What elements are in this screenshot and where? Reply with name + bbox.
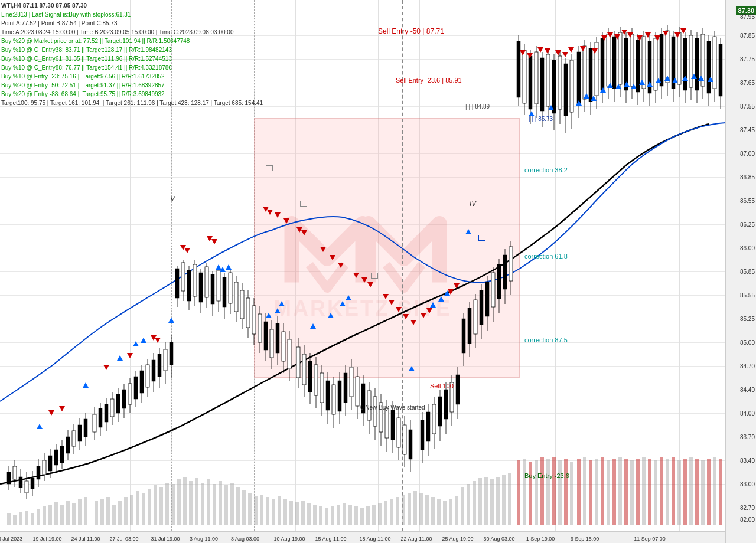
price-84: 84.00 bbox=[740, 410, 755, 417]
svg-rect-29 bbox=[93, 414, 96, 432]
svg-rect-352 bbox=[689, 457, 693, 525]
small-annotation-square-2 bbox=[300, 201, 307, 207]
sell-entry-23-label: Sell Entry -23.6 | 85.91 bbox=[396, 77, 462, 84]
svg-rect-133 bbox=[403, 425, 406, 454]
svg-rect-257 bbox=[124, 497, 128, 525]
svg-rect-101 bbox=[308, 361, 312, 392]
buy-signal-arrow bbox=[664, 76, 670, 81]
buy-signal-arrow bbox=[133, 341, 139, 346]
svg-rect-335 bbox=[589, 460, 592, 525]
svg-rect-179 bbox=[546, 54, 550, 106]
svg-rect-275 bbox=[230, 483, 234, 525]
svg-rect-269 bbox=[195, 478, 198, 525]
buy-signal-arrow bbox=[328, 313, 334, 318]
svg-rect-219 bbox=[666, 31, 669, 83]
sell-signal-arrow bbox=[627, 32, 633, 38]
sell-signal-arrow bbox=[338, 263, 344, 268]
svg-rect-103 bbox=[314, 365, 318, 395]
svg-rect-37 bbox=[116, 394, 120, 413]
svg-rect-336 bbox=[595, 459, 598, 525]
svg-rect-187 bbox=[570, 60, 573, 112]
buy-signal-arrow bbox=[548, 105, 554, 110]
svg-rect-127 bbox=[385, 408, 389, 438]
svg-rect-321 bbox=[502, 475, 506, 525]
svg-rect-251 bbox=[84, 497, 87, 525]
svg-rect-310 bbox=[437, 499, 441, 525]
time-label-12: 30 Aug 03:00 bbox=[483, 536, 514, 542]
buy-signal-arrow bbox=[141, 338, 146, 343]
svg-rect-294 bbox=[343, 503, 346, 525]
buy-signal-arrow bbox=[83, 382, 89, 388]
price-8255: 82.00 bbox=[740, 516, 755, 523]
info-line-9: Buy %10 @ Entry -23: 75.16 || Target:97.… bbox=[1, 72, 263, 81]
svg-rect-258 bbox=[130, 495, 133, 525]
svg-rect-201 bbox=[612, 37, 616, 89]
buy-signal-arrow bbox=[647, 81, 653, 87]
svg-rect-340 bbox=[618, 457, 622, 525]
svg-rect-13 bbox=[43, 460, 46, 475]
svg-rect-149 bbox=[456, 375, 460, 404]
sell-signal-arrow bbox=[403, 314, 409, 319]
svg-rect-351 bbox=[683, 459, 687, 525]
svg-rect-349 bbox=[672, 457, 675, 525]
sell-signal-arrow bbox=[426, 308, 432, 313]
buy-signal-arrow bbox=[607, 83, 613, 88]
svg-rect-177 bbox=[540, 58, 544, 111]
svg-rect-280 bbox=[260, 495, 263, 525]
sell-signal-arrow bbox=[680, 28, 686, 34]
svg-rect-89 bbox=[270, 329, 273, 358]
buy-signal-arrow bbox=[409, 366, 415, 371]
info-panel: WTI,H4 87.11 87.30 87.05 87.30 Line:2813… bbox=[1, 1, 263, 107]
wave-label-v: V bbox=[170, 195, 175, 203]
buy-signal-arrow bbox=[226, 264, 232, 270]
price-86: 86.85 bbox=[740, 174, 755, 181]
svg-rect-339 bbox=[612, 459, 616, 525]
svg-rect-19 bbox=[60, 446, 64, 463]
chart-container: WTI,H4 87.11 87.30 87.05 87.30 Line:2813… bbox=[0, 0, 756, 543]
svg-rect-334 bbox=[583, 457, 586, 525]
svg-rect-315 bbox=[467, 484, 470, 525]
svg-rect-63 bbox=[193, 264, 197, 296]
buy-signal-arrow bbox=[656, 78, 662, 83]
buy-signal-arrow bbox=[220, 267, 226, 272]
svg-rect-49 bbox=[152, 360, 155, 381]
sell-signal-arrow bbox=[674, 32, 680, 38]
buy-signal-arrow bbox=[279, 301, 285, 306]
svg-rect-45 bbox=[140, 371, 144, 393]
svg-rect-233 bbox=[707, 41, 711, 93]
buy-signal-arrow bbox=[346, 295, 351, 300]
sell-signal-arrow bbox=[545, 48, 550, 54]
svg-rect-141 bbox=[432, 404, 436, 434]
sell-entry-50-label: Sell Entry -50 | 87.71 bbox=[378, 27, 444, 35]
svg-rect-286 bbox=[295, 502, 299, 525]
price-8755: 87.55 bbox=[740, 103, 755, 110]
buy-signal-arrow bbox=[631, 84, 637, 89]
svg-rect-183 bbox=[558, 56, 562, 109]
svg-rect-21 bbox=[66, 437, 70, 453]
svg-rect-246 bbox=[54, 502, 58, 525]
time-label-11: 25 Aug 19:00 bbox=[442, 536, 473, 542]
price-8555: 85.55 bbox=[740, 292, 755, 299]
svg-rect-171 bbox=[523, 50, 526, 103]
small-annotation-square-3 bbox=[371, 273, 378, 279]
sell-signal-arrow bbox=[520, 50, 526, 55]
buy-signal-arrow bbox=[708, 77, 713, 82]
svg-rect-309 bbox=[431, 497, 435, 525]
svg-rect-163 bbox=[497, 264, 501, 299]
svg-rect-91 bbox=[276, 323, 279, 353]
svg-rect-284 bbox=[284, 499, 287, 525]
svg-rect-11 bbox=[37, 466, 40, 479]
svg-rect-292 bbox=[331, 506, 334, 525]
svg-rect-39 bbox=[122, 390, 126, 408]
small-annotation-square bbox=[266, 165, 273, 171]
time-label-4: 31 Jul 19:00 bbox=[151, 536, 180, 542]
svg-rect-263 bbox=[159, 487, 163, 525]
info-line-7: Buy %10 @ C_Entry61: 81.35 || Target:111… bbox=[1, 54, 263, 63]
svg-rect-356 bbox=[713, 457, 716, 525]
svg-rect-338 bbox=[607, 460, 610, 525]
time-label-13: 1 Sep 19:00 bbox=[526, 536, 555, 542]
svg-rect-229 bbox=[695, 38, 699, 90]
buy-signal-arrow bbox=[576, 100, 582, 106]
sell-signal-arrow bbox=[421, 313, 426, 318]
svg-rect-167 bbox=[509, 247, 513, 281]
